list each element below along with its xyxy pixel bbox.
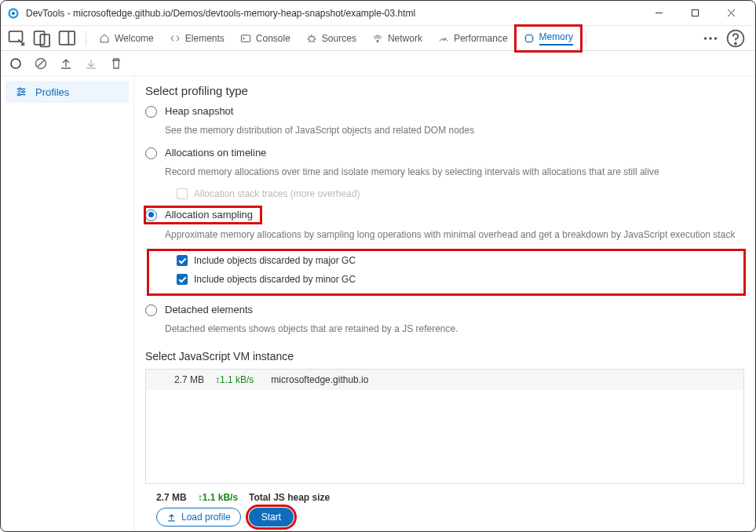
dock-side-icon[interactable] <box>57 28 78 49</box>
option-description: See the memory distribution of JavaScrip… <box>165 124 744 137</box>
download-icon[interactable] <box>84 56 98 71</box>
footer-actions: Load profile Start <box>145 508 744 527</box>
option-label: Detached elements <box>165 304 253 315</box>
upload-icon[interactable] <box>59 56 73 71</box>
tab-console[interactable]: Console <box>232 26 298 51</box>
vm-size: 2.7 MB <box>157 374 204 385</box>
memory-toolbar <box>1 51 755 76</box>
suboption-minor-gc[interactable]: Include objects discarded by minor GC <box>177 274 736 285</box>
tab-memory[interactable]: Memory <box>516 26 581 51</box>
vm-rate: ↕1.1 kB/s <box>215 374 254 385</box>
memory-icon <box>524 33 535 44</box>
total-rate: ↕1.1 kB/s <box>198 492 238 503</box>
svg-point-2 <box>12 12 15 15</box>
suboption-major-gc[interactable]: Include objects discarded by major GC <box>177 255 736 266</box>
button-label: Load profile <box>181 512 231 523</box>
console-icon <box>240 33 251 44</box>
panel-tabs: Welcome Elements Console Sources Network… <box>1 26 755 51</box>
svg-rect-12 <box>241 35 250 41</box>
tab-elements[interactable]: Elements <box>162 26 232 51</box>
help-icon[interactable] <box>725 28 746 49</box>
sidebar-item-label: Profiles <box>35 86 69 98</box>
tab-sources[interactable]: Sources <box>298 26 364 51</box>
total-label: Total JS heap size <box>249 492 330 503</box>
svg-rect-16 <box>525 35 531 41</box>
sampling-suboptions: Include objects discarded by major GC In… <box>148 250 744 294</box>
tab-label: Elements <box>185 33 225 44</box>
suboption-label: Include objects discarded by minor GC <box>194 274 356 285</box>
option-allocation-sampling[interactable]: Allocation sampling <box>145 207 261 223</box>
option-heap-snapshot[interactable]: Heap snapshot <box>145 105 744 118</box>
separator <box>86 31 86 46</box>
option-label: Allocation sampling <box>165 209 253 220</box>
option-description: Approximate memory allocations by sampli… <box>165 228 744 242</box>
svg-rect-4 <box>692 10 698 16</box>
code-icon <box>170 33 181 44</box>
svg-point-33 <box>18 93 20 96</box>
radio-icon[interactable] <box>145 106 157 118</box>
more-icon[interactable] <box>700 28 721 49</box>
clear-icon[interactable] <box>34 56 48 71</box>
start-button[interactable]: Start <box>249 508 294 527</box>
devtools-icon <box>7 7 20 20</box>
tab-label: Network <box>388 33 422 44</box>
delete-icon[interactable] <box>109 56 123 71</box>
vm-host: microsoftedge.github.io <box>271 374 368 385</box>
tab-label: Memory <box>539 31 573 46</box>
sliders-icon <box>15 86 27 98</box>
device-emulation-icon[interactable] <box>32 28 53 49</box>
svg-point-29 <box>19 88 21 90</box>
svg-point-14 <box>377 41 378 42</box>
separator <box>586 31 586 46</box>
tab-label: Welcome <box>115 33 154 44</box>
svg-point-25 <box>11 59 20 68</box>
svg-point-20 <box>704 37 707 40</box>
svg-point-13 <box>309 36 314 42</box>
tab-label: Console <box>256 33 290 44</box>
close-button[interactable] <box>713 1 749 26</box>
record-icon[interactable] <box>9 56 23 71</box>
heap-stats: 2.7 MB ↕1.1 kB/s Total JS heap size <box>145 484 744 508</box>
checkbox-icon[interactable] <box>177 255 188 266</box>
select-profiling-type-title: Select profiling type <box>145 84 744 97</box>
inspect-icon[interactable] <box>7 28 27 49</box>
profiles-sidebar: Profiles <box>1 76 134 532</box>
tab-network[interactable]: Network <box>364 26 430 51</box>
svg-rect-10 <box>60 31 75 44</box>
vm-instance-row[interactable]: 2.7 MB ↕1.1 kB/s microsoftedge.github.io <box>146 370 743 390</box>
suboption-label: Include objects discarded by major GC <box>194 255 356 266</box>
option-label: Heap snapshot <box>165 105 233 117</box>
load-profile-button[interactable]: Load profile <box>156 508 241 527</box>
suboption-stack-traces: Allocation stack traces (more overhead) <box>177 188 744 199</box>
window-title: DevTools - microsoftedge.github.io/Demos… <box>26 8 641 19</box>
checkbox-icon[interactable] <box>177 274 188 285</box>
svg-point-21 <box>709 37 712 40</box>
button-label: Start <box>261 512 281 523</box>
option-allocations-timeline[interactable]: Allocations on timeline <box>145 147 744 159</box>
minimize-button[interactable] <box>641 1 677 26</box>
performance-icon <box>438 33 449 44</box>
radio-icon[interactable] <box>145 304 157 316</box>
sidebar-item-profiles[interactable]: Profiles <box>5 81 129 103</box>
svg-rect-8 <box>35 31 45 44</box>
svg-rect-7 <box>9 31 23 41</box>
maximize-button[interactable] <box>677 1 713 26</box>
option-description: Record memory allocations over time and … <box>165 166 744 179</box>
svg-point-31 <box>22 91 24 93</box>
total-size: 2.7 MB <box>156 492 187 503</box>
select-vm-instance-title: Select JavaScript VM instance <box>145 350 744 363</box>
checkbox-icon <box>177 188 188 199</box>
upload-icon <box>166 512 177 523</box>
tab-performance[interactable]: Performance <box>430 26 516 51</box>
radio-icon[interactable] <box>145 210 157 221</box>
suboption-label: Allocation stack traces (more overhead) <box>194 188 360 199</box>
option-label: Allocations on timeline <box>165 147 266 159</box>
home-icon <box>99 33 110 44</box>
tab-label: Sources <box>322 33 356 44</box>
tab-welcome[interactable]: Welcome <box>91 26 162 51</box>
radio-icon[interactable] <box>145 148 157 159</box>
window-titlebar: DevTools - microsoftedge.github.io/Demos… <box>1 1 755 26</box>
svg-line-27 <box>38 60 44 67</box>
vm-instance-list: 2.7 MB ↕1.1 kB/s microsoftedge.github.io <box>145 369 744 484</box>
option-detached-elements[interactable]: Detached elements <box>145 304 744 316</box>
